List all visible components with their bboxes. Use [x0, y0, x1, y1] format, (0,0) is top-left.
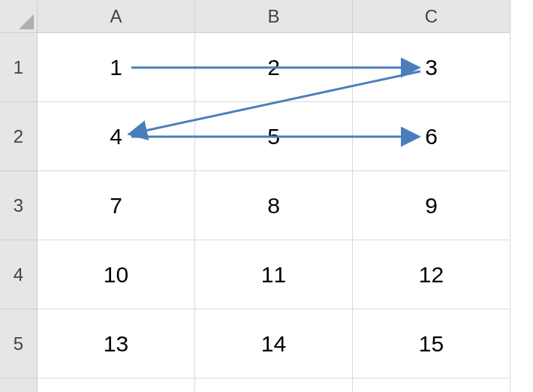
- cell-value: 8: [267, 193, 280, 219]
- cell-value: 4: [110, 124, 122, 149]
- spreadsheet-grid[interactable]: A B C 1 2 3 4 5 6 1 2 3 4 5 6 7 8 9 10 1…: [0, 0, 533, 392]
- row-header-1[interactable]: 1: [0, 33, 38, 102]
- row-header-label: 4: [14, 264, 23, 285]
- cell-C4[interactable]: 12: [353, 240, 510, 309]
- row-header-6[interactable]: 6: [0, 378, 38, 392]
- cell-B5[interactable]: 14: [195, 309, 353, 378]
- cell-value: 7: [110, 193, 122, 219]
- cell-value: 2: [267, 55, 280, 80]
- svg-marker-0: [19, 14, 34, 29]
- column-header-label: C: [425, 6, 438, 27]
- cell-B2[interactable]: 5: [195, 102, 353, 171]
- row-header-3[interactable]: 3: [0, 171, 38, 240]
- cell-value: 12: [419, 262, 444, 288]
- cell-value: 1: [110, 55, 122, 80]
- cell-C3[interactable]: 9: [353, 171, 510, 240]
- row-header-5[interactable]: 5: [0, 309, 38, 378]
- select-all-corner[interactable]: [0, 0, 38, 33]
- cell-value: 6: [425, 124, 438, 149]
- row-header-label: 3: [14, 195, 23, 216]
- cell-value: 3: [425, 55, 438, 80]
- select-all-icon: [19, 14, 34, 29]
- column-header-B[interactable]: B: [195, 0, 353, 33]
- column-header-label: A: [110, 6, 122, 27]
- cell-value: 9: [425, 193, 438, 219]
- cell-A6[interactable]: [38, 378, 195, 392]
- row-header-label: 1: [14, 57, 23, 78]
- cell-value: 15: [419, 331, 444, 357]
- cell-value: 13: [104, 331, 128, 357]
- cell-B3[interactable]: 8: [195, 171, 353, 240]
- cell-A2[interactable]: 4: [38, 102, 195, 171]
- row-header-4[interactable]: 4: [0, 240, 38, 309]
- cell-C5[interactable]: 15: [353, 309, 510, 378]
- cell-A5[interactable]: 13: [38, 309, 195, 378]
- cell-A1[interactable]: 1: [38, 33, 195, 102]
- cell-value: 14: [261, 331, 286, 357]
- cell-value: 5: [267, 124, 280, 149]
- cell-value: 10: [104, 262, 128, 288]
- cell-A3[interactable]: 7: [38, 171, 195, 240]
- cell-C2[interactable]: 6: [353, 102, 510, 171]
- cell-B6[interactable]: [195, 378, 353, 392]
- row-header-label: 5: [14, 333, 23, 354]
- cell-C1[interactable]: 3: [353, 33, 510, 102]
- cell-B4[interactable]: 11: [195, 240, 353, 309]
- column-header-A[interactable]: A: [38, 0, 195, 33]
- row-header-2[interactable]: 2: [0, 102, 38, 171]
- cell-C6[interactable]: [353, 378, 510, 392]
- column-header-label: B: [267, 6, 279, 27]
- column-header-C[interactable]: C: [353, 0, 510, 33]
- cell-B1[interactable]: 2: [195, 33, 353, 102]
- cell-A4[interactable]: 10: [38, 240, 195, 309]
- row-header-label: 2: [14, 126, 23, 147]
- cell-value: 11: [261, 262, 286, 288]
